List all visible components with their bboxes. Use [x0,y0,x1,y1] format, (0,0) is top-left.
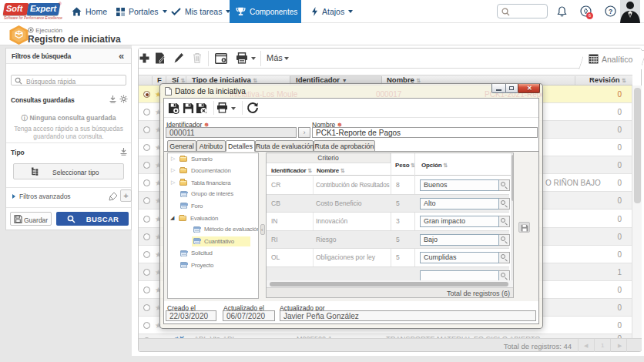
svg-text:?: ? [609,8,612,15]
